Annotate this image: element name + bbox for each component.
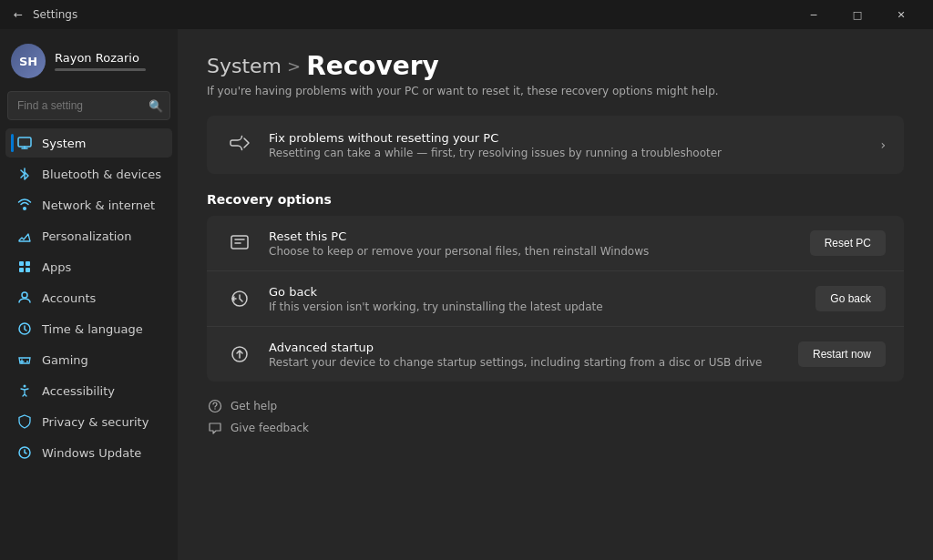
apps-icon <box>16 259 33 275</box>
breadcrumb: System > Recovery <box>207 51 904 81</box>
sidebar-item-label: Accounts <box>42 291 96 305</box>
search-icon: 🔍 <box>149 99 163 113</box>
fix-desc: Resetting can take a while — first, try … <box>269 147 866 159</box>
advanced-icon <box>225 340 254 369</box>
user-subtitle <box>55 68 146 71</box>
svg-point-7 <box>26 361 28 362</box>
personalization-icon <box>16 228 33 244</box>
sidebar-item-label: Bluetooth & devices <box>42 168 161 181</box>
gaming-icon <box>16 351 33 368</box>
breadcrumb-system[interactable]: System <box>207 55 282 77</box>
recovery-options: Reset this PC Choose to keep or remove y… <box>207 216 904 382</box>
close-button[interactable]: ✕ <box>880 0 922 29</box>
update-icon <box>16 444 33 461</box>
page-description: If you're having problems with your PC o… <box>207 85 904 97</box>
recovery-item-goback: Go back If this version isn't working, t… <box>207 271 904 327</box>
recovery-item-advanced: Advanced startup Restart your device to … <box>207 327 904 382</box>
sidebar-item-label: Privacy & security <box>42 415 149 429</box>
sidebar-item-label: Time & language <box>42 322 143 336</box>
sidebar-item-accessibility[interactable]: Accessibility <box>5 376 172 405</box>
svg-point-8 <box>24 385 26 388</box>
minimize-button[interactable]: ─ <box>793 0 835 29</box>
sidebar-item-gaming[interactable]: Gaming <box>5 345 172 374</box>
privacy-icon <box>16 413 33 430</box>
sidebar-item-system[interactable]: System <box>5 128 172 158</box>
svg-rect-1 <box>19 261 24 266</box>
avatar: SH <box>11 44 46 78</box>
bluetooth-icon <box>16 166 33 182</box>
svg-point-13 <box>214 408 215 409</box>
back-icon[interactable]: ← <box>11 7 26 22</box>
sidebar-item-label: Personalization <box>42 229 132 243</box>
give-feedback-label: Give feedback <box>231 422 309 434</box>
breadcrumb-separator: > <box>287 56 301 76</box>
sidebar-item-label: System <box>42 137 86 150</box>
reset-icon <box>225 229 254 258</box>
give-feedback-link[interactable]: Give feedback <box>207 420 904 436</box>
titlebar-title: Settings <box>33 8 77 21</box>
accessibility-icon <box>16 382 33 399</box>
recovery-item-reset: Reset this PC Choose to keep or remove y… <box>207 216 904 271</box>
system-icon <box>16 135 33 151</box>
user-info: Rayon Rozario <box>55 51 146 71</box>
sidebar-item-label: Gaming <box>42 353 88 367</box>
get-help-link[interactable]: Get help <box>207 398 904 414</box>
goback-title: Go back <box>269 285 801 299</box>
reset-desc: Choose to keep or remove your personal f… <box>269 245 795 258</box>
svg-point-5 <box>22 292 27 298</box>
sidebar-item-personalization[interactable]: Personalization <box>5 221 172 250</box>
search-box: 🔍 <box>7 91 170 120</box>
advanced-text: Advanced startup Restart your device to … <box>269 341 784 369</box>
sidebar-item-apps[interactable]: Apps <box>5 252 172 281</box>
user-name: Rayon Rozario <box>55 51 146 65</box>
restart-now-button[interactable]: Restart now <box>798 341 886 367</box>
user-profile[interactable]: SH Rayon Rozario <box>0 36 178 91</box>
get-help-label: Get help <box>231 400 277 412</box>
sidebar-item-bluetooth[interactable]: Bluetooth & devices <box>5 159 172 188</box>
svg-rect-0 <box>18 137 31 147</box>
advanced-desc: Restart your device to change startup se… <box>269 356 784 369</box>
svg-rect-3 <box>19 268 24 272</box>
recovery-section-title: Recovery options <box>207 192 904 207</box>
svg-rect-2 <box>26 261 30 266</box>
sidebar: SH Rayon Rozario 🔍 System Bluetooth & de… <box>0 29 178 560</box>
fix-problems-card[interactable]: Fix problems without resetting your PC R… <box>207 116 904 174</box>
sidebar-item-network[interactable]: Network & internet <box>5 190 172 219</box>
sidebar-item-label: Network & internet <box>42 199 155 212</box>
goback-desc: If this version isn't working, try unins… <box>269 300 801 313</box>
reset-title: Reset this PC <box>269 229 795 243</box>
search-input[interactable] <box>7 91 170 120</box>
goback-text: Go back If this version isn't working, t… <box>269 285 801 313</box>
sidebar-item-label: Windows Update <box>42 446 141 460</box>
feedback-icon <box>207 420 223 436</box>
sidebar-item-privacy[interactable]: Privacy & security <box>5 407 172 436</box>
page-title: Recovery <box>306 51 439 81</box>
reset-text: Reset this PC Choose to keep or remove y… <box>269 229 795 258</box>
svg-rect-10 <box>231 236 248 249</box>
goback-icon <box>225 284 254 313</box>
app-container: SH Rayon Rozario 🔍 System Bluetooth & de… <box>0 29 933 560</box>
titlebar-left: ← Settings <box>11 7 77 22</box>
accounts-icon <box>16 290 33 306</box>
sidebar-item-update[interactable]: Windows Update <box>5 438 172 467</box>
window-controls: ─ □ ✕ <box>793 0 922 29</box>
fix-title: Fix problems without resetting your PC <box>269 131 866 145</box>
svg-rect-4 <box>26 268 30 272</box>
time-icon <box>16 321 33 337</box>
sidebar-item-time[interactable]: Time & language <box>5 314 172 343</box>
titlebar: ← Settings ─ □ ✕ <box>0 0 933 29</box>
reset-pc-button[interactable]: Reset PC <box>810 230 886 256</box>
main-content: System > Recovery If you're having probl… <box>178 29 933 560</box>
maximize-button[interactable]: □ <box>836 0 878 29</box>
network-icon <box>16 197 33 213</box>
chevron-right-icon: › <box>880 137 886 152</box>
sidebar-item-label: Apps <box>42 260 71 274</box>
sidebar-item-accounts[interactable]: Accounts <box>5 283 172 312</box>
fix-text: Fix problems without resetting your PC R… <box>269 131 866 159</box>
sidebar-item-label: Accessibility <box>42 384 115 398</box>
footer-links: Get help Give feedback <box>207 398 904 436</box>
advanced-title: Advanced startup <box>269 341 784 354</box>
fix-icon <box>225 130 254 159</box>
go-back-button[interactable]: Go back <box>815 286 886 311</box>
help-icon <box>207 398 223 414</box>
